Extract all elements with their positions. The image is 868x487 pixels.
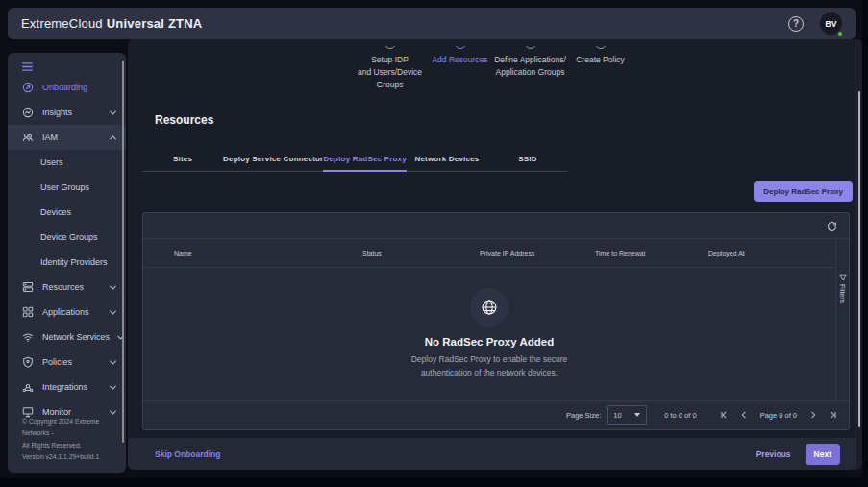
step-define-applications[interactable]: Define Applications/ Application Groups <box>495 46 565 110</box>
table-header-row: Name Status Private IP Address Time to R… <box>143 239 835 268</box>
sidebar-item-label: Resources <box>42 282 84 292</box>
chevron-down-icon <box>110 410 116 415</box>
tab-sites[interactable]: Sites <box>142 147 223 172</box>
table-toolbar <box>143 213 849 239</box>
skip-onboarding-link[interactable]: Skip Onboarding <box>155 450 220 459</box>
page-title: Resources <box>155 113 213 127</box>
sidebar-item-iam[interactable]: IAM <box>8 125 126 150</box>
prev-page-button[interactable] <box>740 411 748 419</box>
empty-state-title: No RadSec Proxy Added <box>425 336 554 348</box>
empty-state-description: Deploy RadSec Proxy to enable the secure… <box>411 353 568 378</box>
page-size-label: Page Size: <box>566 411 601 420</box>
avatar-initials: BV <box>826 19 837 29</box>
empty-state-line: authentication of the network devices. <box>411 367 568 379</box>
sidebar-item-onboarding[interactable]: Onboarding <box>8 75 126 100</box>
step-label: Setup IDP <box>358 54 422 66</box>
sidebar-item-applications[interactable]: Applications <box>8 300 126 325</box>
step-create-policy[interactable]: Create Policy <box>565 46 635 110</box>
right-frame-band <box>862 0 868 487</box>
chevron-down-icon <box>110 360 116 365</box>
filters-panel-toggle[interactable]: Filters <box>835 239 849 400</box>
page-size-select[interactable]: 10 <box>607 405 647 425</box>
pagination-bar: Page Size: 10 0 to 0 of 0 Page 0 of 0 <box>143 400 849 429</box>
chevron-up-icon <box>110 135 116 140</box>
sidebar-item-label: User Groups <box>40 183 89 192</box>
sidebar-scrollbar[interactable] <box>122 61 124 443</box>
sidebar-item-insights[interactable]: Insights <box>8 100 126 125</box>
filters-label: Filters <box>839 284 846 303</box>
column-header-time-to-renewal[interactable]: Time to Renewal <box>595 250 708 256</box>
step-setup-idp[interactable]: Setup IDP and Users/Device Groups <box>355 46 425 110</box>
main-panel: Setup IDP and Users/Device Groups Add Re… <box>128 39 862 470</box>
tab-deploy-service-connector[interactable]: Deploy Service Connector <box>223 147 323 172</box>
filter-funnel-icon <box>839 274 847 281</box>
sidebar-item-device-groups[interactable]: Device Groups <box>8 225 126 250</box>
column-header-deployed-at[interactable]: Deployed At <box>708 250 835 256</box>
copyright-line2: All Rights Reserved. <box>22 440 118 451</box>
sidebar: Onboarding Insights IAM Users User Group… <box>8 53 126 473</box>
previous-button[interactable]: Previous <box>756 450 791 459</box>
refresh-button[interactable] <box>827 221 837 231</box>
sidebar-item-user-groups[interactable]: User Groups <box>8 175 126 200</box>
step-label: Add Resources <box>432 54 487 66</box>
avatar[interactable]: BV <box>820 12 842 35</box>
next-page-button[interactable] <box>809 411 817 419</box>
column-header-status[interactable]: Status <box>362 250 480 256</box>
chevron-down-icon <box>110 385 116 390</box>
caret-down-icon <box>634 413 640 417</box>
sidebar-footer: © Copyright 2024 Extreme Networks - All … <box>22 416 118 463</box>
sidebar-item-devices[interactable]: Devices <box>8 200 126 225</box>
globe-icon-badge <box>470 288 508 327</box>
sidebar-item-identity-providers[interactable]: Identity Providers <box>8 250 126 275</box>
sidebar-item-label: Insights <box>42 108 72 117</box>
onboarding-icon <box>22 82 35 93</box>
sidebar-item-network-services[interactable]: Network Services <box>8 325 126 350</box>
sidebar-item-label: IAM <box>42 133 58 142</box>
step-label: Define Applications/ <box>494 54 566 66</box>
empty-state-line: Deploy RadSec Proxy to enable the secure <box>411 353 568 366</box>
chevron-down-icon <box>110 285 116 290</box>
column-header-private-ip[interactable]: Private IP Address <box>480 250 595 256</box>
hamburger-menu-icon[interactable] <box>8 53 126 75</box>
step-circle <box>384 46 396 49</box>
apps-grid-icon <box>22 306 35 318</box>
deploy-radsec-proxy-button[interactable]: Deploy RadSec Proxy <box>754 181 853 202</box>
page-indicator: Page 0 of 0 <box>760 411 797 420</box>
sidebar-item-label: Device Groups <box>40 232 98 242</box>
brand: ExtremeCloud Universal ZTNA <box>21 16 202 31</box>
server-stack-icon <box>22 281 35 293</box>
wifi-icon <box>22 331 35 343</box>
tab-ssid[interactable]: SSID <box>487 147 568 172</box>
first-page-button[interactable] <box>720 411 728 419</box>
column-header-name[interactable]: Name <box>174 250 362 256</box>
insights-icon <box>22 107 35 118</box>
sidebar-item-label: Users <box>40 158 63 167</box>
main-scrollbar-thumb[interactable] <box>858 91 861 427</box>
last-page-button[interactable] <box>830 411 837 419</box>
tab-bar: Sites Deploy Service Connector Deploy Ra… <box>142 147 568 172</box>
sidebar-item-resources[interactable]: Resources <box>8 275 126 300</box>
next-button[interactable]: Next <box>806 444 840 465</box>
step-label: Create Policy <box>576 54 625 66</box>
status-dot <box>837 31 843 37</box>
wizard-footer-bar: Skip Onboarding Previous Next <box>128 438 856 470</box>
sidebar-item-integrations[interactable]: Integrations <box>8 375 126 400</box>
brand-regular: ExtremeCloud <box>21 16 103 31</box>
brand-bold: Universal ZTNA <box>107 16 203 31</box>
step-label: Groups <box>358 79 422 91</box>
step-add-resources[interactable]: Add Resources <box>425 46 495 110</box>
sidebar-item-users[interactable]: Users <box>8 150 126 175</box>
step-circle <box>455 46 466 49</box>
sidebar-item-policies[interactable]: Policies <box>8 350 126 375</box>
tab-network-devices[interactable]: Network Devices <box>407 147 487 172</box>
tab-deploy-radsec-proxy[interactable]: Deploy RadSec Proxy <box>323 147 407 172</box>
sidebar-item-label: Applications <box>42 307 89 317</box>
sidebar-item-label: Devices <box>40 207 71 217</box>
onboarding-stepper: Setup IDP and Users/Device Groups Add Re… <box>128 46 862 110</box>
bottom-frame-band <box>0 477 868 487</box>
step-label: Application Groups <box>494 66 566 79</box>
sidebar-item-label: Network Services <box>42 332 110 342</box>
sidebar-item-label: Policies <box>42 357 72 367</box>
app-header: ExtremeCloud Universal ZTNA ? BV <box>8 8 856 39</box>
help-icon[interactable]: ? <box>788 16 804 32</box>
